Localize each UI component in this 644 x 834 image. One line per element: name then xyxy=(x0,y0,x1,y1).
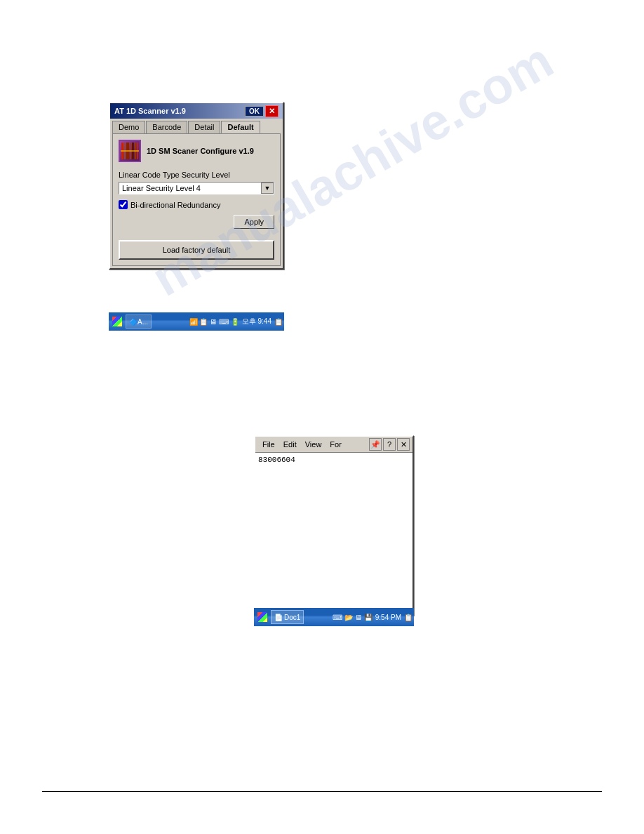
taskbar-1: 🔷 A... 📶 📋 🖥 ⌨ 🔋 오후 9:44 📋 xyxy=(109,312,284,331)
tab-default[interactable]: Default xyxy=(221,121,260,133)
scanner-svg-icon xyxy=(120,141,140,161)
scanner-header: 1D SM Scaner Configure v1.9 xyxy=(119,140,274,162)
taskbar-time-2: 9:54 PM xyxy=(374,614,403,621)
help-icon[interactable]: ? xyxy=(383,438,396,451)
page-divider xyxy=(42,791,602,792)
pin-icon[interactable]: 📌 xyxy=(369,438,382,451)
taskbar-tray-1: 📶 📋 🖥 ⌨ 🔋 오후 9:44 📋 xyxy=(189,317,283,326)
taskbar-item-doc1[interactable]: 📄 Doc1 xyxy=(271,610,304,624)
menu-format[interactable]: For xyxy=(326,439,346,450)
notepad-text-area[interactable]: 83006604 xyxy=(255,453,412,614)
apply-row: Apply xyxy=(119,215,274,229)
taskbar-item-a[interactable]: 🔷 A... xyxy=(126,315,152,329)
checkbox-row: Bi-directional Redundancy xyxy=(119,200,274,209)
start-button-1[interactable] xyxy=(110,317,124,326)
start-button-2[interactable] xyxy=(255,612,269,622)
security-level-dropdown[interactable]: Linear Security Level 1 Linear Security … xyxy=(119,182,274,194)
close-button[interactable]: ✕ xyxy=(265,105,279,117)
security-level-label: Linear Code Type Security Level xyxy=(119,171,274,179)
notepad-text-content: 83006604 xyxy=(258,456,295,464)
windows-flag-icon-2 xyxy=(257,612,267,622)
taskbar-time-1: 오후 9:44 xyxy=(241,317,273,326)
dropdown-wrapper: Linear Security Level 1 Linear Security … xyxy=(119,182,274,194)
notepad-close-icon[interactable]: ✕ xyxy=(397,438,410,451)
scanner-header-text: 1D SM Scaner Configure v1.9 xyxy=(147,147,254,155)
scanner-titlebar: AT 1D Scanner v1.9 OK ✕ xyxy=(110,103,283,119)
checkbox-label: Bi-directional Redundancy xyxy=(130,201,220,209)
scanner-window: AT 1D Scanner v1.9 OK ✕ Demo Barcode Det… xyxy=(109,102,284,270)
bidirectional-checkbox[interactable] xyxy=(119,200,128,209)
doc-icon: 📄 xyxy=(274,614,283,621)
menu-file[interactable]: File xyxy=(258,439,279,450)
apply-button[interactable]: Apply xyxy=(234,215,274,229)
svg-rect-7 xyxy=(121,150,139,152)
menu-items: File Edit View For xyxy=(258,439,346,450)
taskbar-tray-icons-2: ⌨ 📂 🖥 💾 xyxy=(333,614,372,621)
taskbar-2: 📄 Doc1 ⌨ 📂 🖥 💾 9:54 PM 📋 xyxy=(254,608,414,626)
notepad-window: File Edit View For 📌 ? ✕ 83006604 xyxy=(254,435,414,616)
menu-edit[interactable]: Edit xyxy=(279,439,301,450)
scanner-icon xyxy=(119,140,141,162)
taskbar-tray-end-1: 📋 xyxy=(274,318,283,326)
taskbar-tray-icons-1: 📶 📋 🖥 ⌨ 🔋 xyxy=(189,318,239,326)
factory-default-button[interactable]: Load factory default xyxy=(119,240,274,260)
scanner-content: 1D SM Scaner Configure v1.9 Linear Code … xyxy=(112,133,281,266)
taskbar-end-icon-2: 📋 xyxy=(404,614,412,621)
notepad-menubar: File Edit View For 📌 ? ✕ xyxy=(255,437,412,453)
windows-flag-icon xyxy=(112,317,122,326)
ok-button[interactable]: OK xyxy=(245,106,264,117)
tab-detail[interactable]: Detail xyxy=(188,121,220,133)
scanner-icon-inner xyxy=(120,141,140,161)
tabs-row: Demo Barcode Detail Default xyxy=(110,119,283,133)
scanner-window-title: AT 1D Scanner v1.9 xyxy=(114,107,186,115)
titlebar-buttons: OK ✕ xyxy=(245,105,279,117)
taskbar-tray-2: ⌨ 📂 🖥 💾 9:54 PM 📋 xyxy=(333,614,412,621)
doc-label: Doc1 xyxy=(284,614,300,621)
menu-view[interactable]: View xyxy=(301,439,326,450)
tab-demo[interactable]: Demo xyxy=(112,121,145,133)
tab-barcode[interactable]: Barcode xyxy=(146,121,187,133)
menubar-right: 📌 ? ✕ xyxy=(369,438,410,451)
